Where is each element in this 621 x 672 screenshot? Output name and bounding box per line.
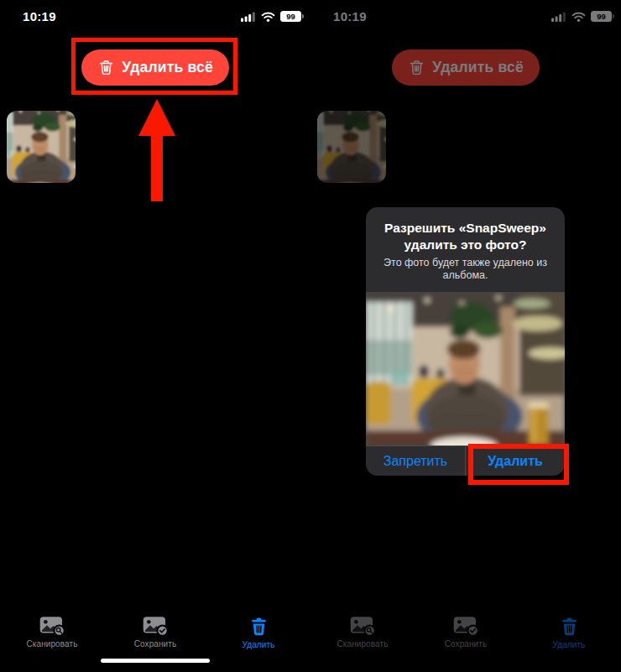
cellular-signal-icon (241, 12, 256, 22)
dialog-photo-preview (366, 292, 565, 445)
delete-all-label: Удалить всё (122, 59, 213, 76)
delete-permission-dialog: Разрешить «SnapSweep» удалить это фото? … (366, 207, 565, 476)
photo-scan-icon (39, 616, 65, 636)
annotation-arrow-icon (133, 97, 180, 203)
photo-thumbnail[interactable] (7, 111, 76, 183)
tab-delete[interactable]: Удалить (206, 616, 310, 649)
screenshot-root: 10:19 99 Удалит (0, 0, 621, 672)
tab-scan-label: Сканировать (26, 639, 77, 649)
tab-scan[interactable]: Сканировать (0, 616, 104, 649)
deny-button[interactable]: Запретить (366, 446, 465, 476)
dialog-title: Разрешить «SnapSweep» удалить это фото? (378, 220, 553, 253)
confirm-delete-button[interactable]: Удалить (465, 446, 565, 476)
status-bar: 10:19 99 (0, 0, 310, 29)
phone-screen-left: 10:19 99 Удалит (0, 0, 310, 672)
home-indicator[interactable] (101, 659, 210, 663)
battery-percent: 99 (286, 12, 295, 21)
trash-tab-icon (248, 616, 269, 637)
tab-save-label: Сохранить (134, 639, 177, 649)
tab-save[interactable]: Сохранить (103, 616, 207, 649)
tab-bar: Сканировать Сохранить Удалить (0, 612, 310, 672)
phone-screen-right: 10:19 99 Удалить всё (310, 0, 621, 672)
trash-icon (97, 59, 115, 76)
tab-delete-label: Удалить (243, 640, 275, 649)
photo-save-icon (143, 616, 168, 636)
wifi-icon (261, 12, 275, 22)
dialog-message: Это фото будет также удалено из альбома. (383, 257, 548, 282)
status-time: 10:19 (23, 9, 56, 23)
delete-all-button[interactable]: Удалить всё (81, 49, 229, 86)
battery-icon: 99 (280, 11, 301, 22)
